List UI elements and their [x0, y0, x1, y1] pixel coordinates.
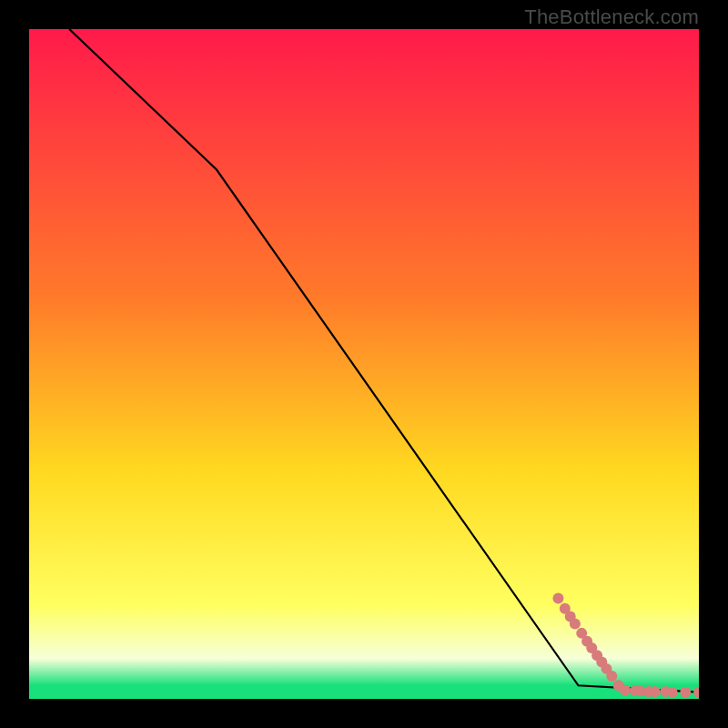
- data-marker: [620, 684, 631, 695]
- data-marker: [680, 687, 691, 698]
- data-marker: [667, 687, 678, 698]
- data-marker: [570, 619, 581, 630]
- data-marker: [552, 593, 563, 604]
- data-marker: [606, 671, 617, 682]
- data-marker: [649, 686, 660, 697]
- outer-frame: TheBottleneck.com: [0, 0, 728, 728]
- chart-canvas: [29, 29, 699, 699]
- chart-background: [29, 29, 699, 699]
- watermark-text: TheBottleneck.com: [524, 5, 699, 29]
